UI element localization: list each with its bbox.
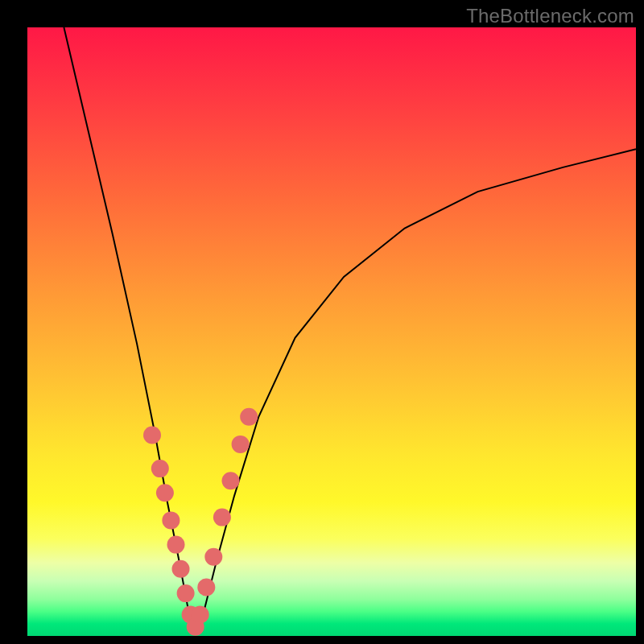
sample-dot <box>192 606 209 624</box>
sample-dot <box>143 427 161 444</box>
watermark-text: TheBottleneck.com <box>466 5 634 27</box>
sample-dot <box>213 509 231 526</box>
sample-dot <box>177 584 195 602</box>
bottleneck-curve <box>64 27 636 630</box>
sample-dot <box>232 436 250 453</box>
sample-dot <box>222 472 240 489</box>
sample-dots <box>143 408 258 636</box>
sample-dot <box>156 484 174 502</box>
curve-svg <box>27 27 636 636</box>
sample-dot <box>172 560 190 578</box>
sample-dot <box>240 408 258 426</box>
sample-dot <box>162 511 180 529</box>
sample-dot <box>151 460 169 477</box>
sample-dot <box>167 536 185 554</box>
chart-frame: TheBottleneck.com <box>0 0 644 644</box>
sample-dot <box>204 548 222 566</box>
sample-dot <box>197 579 215 597</box>
plot-area <box>27 27 636 636</box>
